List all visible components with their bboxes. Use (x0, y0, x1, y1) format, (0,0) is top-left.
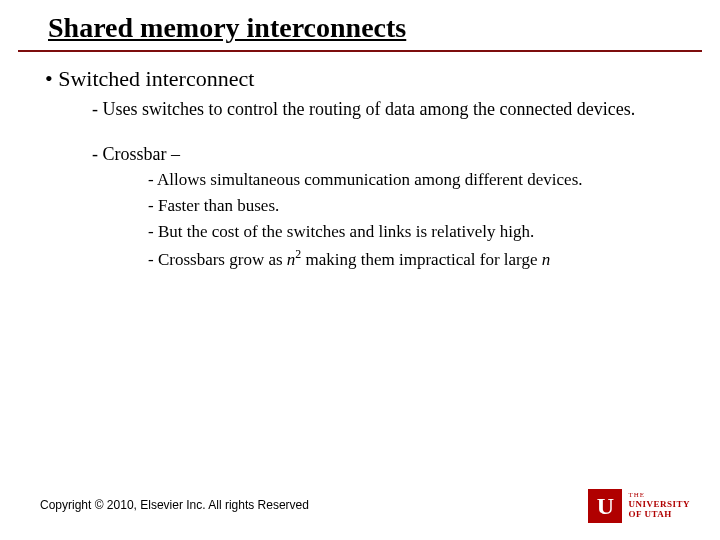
logo-glyph: U (597, 494, 614, 518)
bullet-level3: But the cost of the switches and links i… (148, 221, 680, 243)
bullet-level2: Crossbar – (92, 143, 652, 166)
bullet-l3d-pre: Crossbars grow as (158, 250, 287, 269)
bullet-level3: Faster than buses. (148, 195, 680, 217)
bullet-level3: Crossbars grow as n2 making them impract… (148, 247, 680, 271)
bullet-l3a-text: Allows simultaneous communication among … (157, 170, 583, 189)
bullet-level1: Switched interconnect (40, 66, 680, 92)
university-logo: U THE UNIVERSITY OF UTAH (587, 488, 690, 524)
bullet-l2b-text: Crossbar – (103, 144, 181, 164)
slide-content: Shared memory interconnects Switched int… (0, 0, 720, 271)
bullet-level3: Allows simultaneous communication among … (148, 169, 680, 191)
logo-line3: OF UTAH (628, 510, 690, 520)
bullet-l1-text: Switched interconnect (58, 66, 254, 91)
bullet-l3d-post: making them impractical for large (301, 250, 541, 269)
title-wrap: Shared memory interconnects (0, 12, 720, 48)
logo-text: THE UNIVERSITY OF UTAH (628, 492, 690, 519)
slide-title: Shared memory interconnects (48, 12, 672, 44)
body-content: Switched interconnect Uses switches to c… (0, 52, 720, 271)
bullet-l3d-n2: n (542, 250, 551, 269)
bullet-level2: Uses switches to control the routing of … (92, 98, 652, 121)
bullet-l3b-text: Faster than buses. (158, 196, 279, 215)
logo-badge: U (587, 488, 623, 524)
bullet-l3c-text: But the cost of the switches and links i… (158, 222, 534, 241)
bullet-l2a-text: Uses switches to control the routing of … (103, 99, 636, 119)
copyright-footer: Copyright © 2010, Elsevier Inc. All righ… (40, 498, 309, 512)
